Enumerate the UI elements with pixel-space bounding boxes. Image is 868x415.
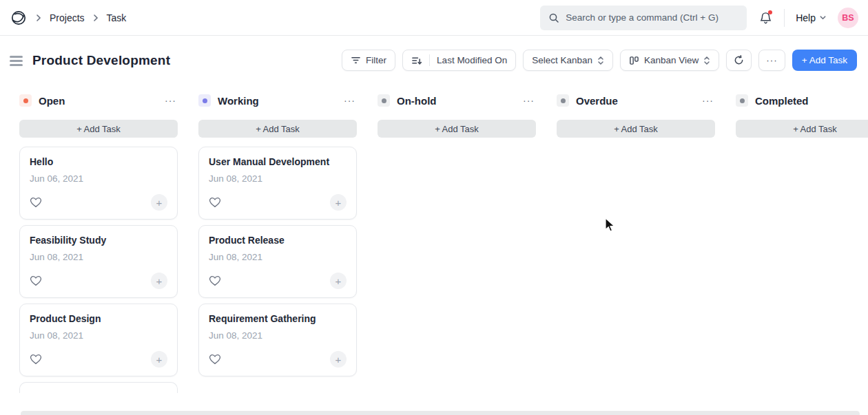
breadcrumb: Projects Task xyxy=(10,9,126,27)
column-on-hold: On-hold ··· + Add Task xyxy=(378,92,536,415)
favorite-button[interactable] xyxy=(209,274,223,288)
chevron-right-icon xyxy=(92,14,100,22)
page-title: Product Development xyxy=(32,53,170,68)
heart-icon xyxy=(209,275,221,286)
state-dot xyxy=(382,98,386,103)
task-title: Product Release xyxy=(209,235,347,246)
task-due-date: Jun 08, 2021 xyxy=(30,252,167,262)
button-divider xyxy=(429,54,430,66)
task-due-date: Jun 06, 2021 xyxy=(30,173,167,184)
state-dot xyxy=(561,98,566,103)
filter-button[interactable]: Filter xyxy=(342,50,395,71)
breadcrumb-task[interactable]: Task xyxy=(107,12,127,23)
notifications-button[interactable] xyxy=(758,10,773,25)
search-placeholder: Search or type a command (Ctrl + G) xyxy=(566,12,719,23)
task-due-date: Jun 08, 2021 xyxy=(209,330,347,341)
task-card[interactable]: User Manual Development Jun 08, 2021 + xyxy=(198,147,357,220)
column-add-task-button[interactable]: + Add Task xyxy=(557,120,715,138)
heart-icon xyxy=(30,197,42,208)
favorite-button[interactable] xyxy=(209,195,223,209)
quick-add-button[interactable]: + xyxy=(151,351,167,368)
quick-add-button[interactable]: + xyxy=(330,273,347,289)
favorite-button[interactable] xyxy=(209,352,223,366)
menu-icon[interactable] xyxy=(10,54,23,66)
app-logo[interactable] xyxy=(10,9,28,27)
notification-dot xyxy=(768,10,772,14)
state-badge xyxy=(198,94,211,107)
state-dot xyxy=(740,98,745,103)
search-icon xyxy=(548,12,559,23)
chevron-up-down-icon xyxy=(703,56,710,65)
column-menu-icon[interactable]: ··· xyxy=(521,95,536,106)
column-title: Overdue xyxy=(576,95,618,107)
project-header: Product Development Filter Last Modified… xyxy=(0,36,868,83)
task-card[interactable]: Product Release Jun 08, 2021 + xyxy=(198,225,357,298)
quick-add-button[interactable]: + xyxy=(151,194,167,211)
task-card-partial[interactable] xyxy=(19,382,178,393)
filter-icon xyxy=(351,56,361,65)
select-kanban-label: Select Kanban xyxy=(532,55,592,65)
state-badge xyxy=(19,94,32,107)
quick-add-button[interactable]: + xyxy=(330,194,347,211)
sort-button[interactable]: Last Modified On xyxy=(402,50,516,71)
task-card[interactable]: Product Design Jun 08, 2021 + xyxy=(19,304,178,376)
help-menu[interactable]: Help xyxy=(796,12,827,23)
view-label: Kanban View xyxy=(644,55,699,65)
task-title: Feasibility Study xyxy=(30,235,167,246)
column-add-task-button[interactable]: + Add Task xyxy=(378,120,536,138)
column-working: Working ··· + Add Task User Manual Devel… xyxy=(198,92,357,415)
column-menu-icon[interactable]: ··· xyxy=(701,95,715,106)
state-badge xyxy=(736,94,748,107)
horizontal-scrollbar[interactable] xyxy=(21,411,860,415)
column-add-task-button[interactable]: + Add Task xyxy=(736,120,868,138)
refresh-icon xyxy=(734,55,744,65)
kanban-board: Open ··· + Add Task Hello Jun 06, 2021 +… xyxy=(0,83,868,415)
view-selector-dropdown[interactable]: Kanban View xyxy=(620,50,719,71)
quick-add-button[interactable]: + xyxy=(330,351,347,368)
select-kanban-dropdown[interactable]: Select Kanban xyxy=(523,50,613,71)
more-options-icon: ··· xyxy=(766,55,778,65)
search-input[interactable]: Search or type a command (Ctrl + G) xyxy=(540,6,747,30)
task-card[interactable]: Hello Jun 06, 2021 + xyxy=(19,147,178,220)
column-add-task-button[interactable]: + Add Task xyxy=(198,120,357,138)
quick-add-button[interactable]: + xyxy=(151,273,167,289)
filter-label: Filter xyxy=(366,55,386,65)
task-card[interactable]: Requirement Gathering Jun 08, 2021 + xyxy=(198,304,357,376)
help-label: Help xyxy=(796,12,816,23)
column-open: Open ··· + Add Task Hello Jun 06, 2021 +… xyxy=(19,92,178,415)
column-title: Completed xyxy=(755,95,809,107)
favorite-button[interactable] xyxy=(30,352,43,366)
favorite-button[interactable] xyxy=(30,195,43,209)
task-due-date: Jun 08, 2021 xyxy=(209,173,347,184)
heart-icon xyxy=(30,354,42,365)
state-dot xyxy=(203,98,207,103)
state-badge xyxy=(378,94,390,107)
topbar-divider xyxy=(784,9,785,27)
chevron-down-icon xyxy=(819,14,827,21)
refresh-button[interactable] xyxy=(726,50,752,71)
task-title: Product Design xyxy=(30,313,167,324)
sort-value-label: Last Modified On xyxy=(437,55,507,65)
column-add-task-button[interactable]: + Add Task xyxy=(19,120,178,138)
state-dot xyxy=(23,98,28,103)
task-card[interactable]: Feasibility Study Jun 08, 2021 + xyxy=(19,225,178,298)
task-due-date: Jun 08, 2021 xyxy=(30,330,167,341)
kanban-view-icon xyxy=(629,56,639,65)
column-menu-icon[interactable]: ··· xyxy=(342,95,357,106)
column-menu-icon[interactable]: ··· xyxy=(163,95,178,106)
favorite-button[interactable] xyxy=(30,274,43,288)
task-due-date: Jun 08, 2021 xyxy=(209,252,347,262)
top-navigation-bar: Projects Task Search or type a command (… xyxy=(0,0,868,36)
heart-icon xyxy=(30,275,42,286)
add-task-button[interactable]: + Add Task xyxy=(792,50,857,71)
column-title: On-hold xyxy=(397,95,436,107)
task-title: User Manual Development xyxy=(209,156,347,167)
breadcrumb-projects[interactable]: Projects xyxy=(50,12,85,23)
more-options-button[interactable]: ··· xyxy=(758,50,785,71)
avatar[interactable]: BS xyxy=(838,8,858,28)
heart-icon xyxy=(209,354,221,365)
task-title: Hello xyxy=(30,156,167,167)
state-badge xyxy=(557,94,569,107)
task-title: Requirement Gathering xyxy=(209,313,347,324)
column-overdue: Overdue ··· + Add Task xyxy=(557,92,715,415)
